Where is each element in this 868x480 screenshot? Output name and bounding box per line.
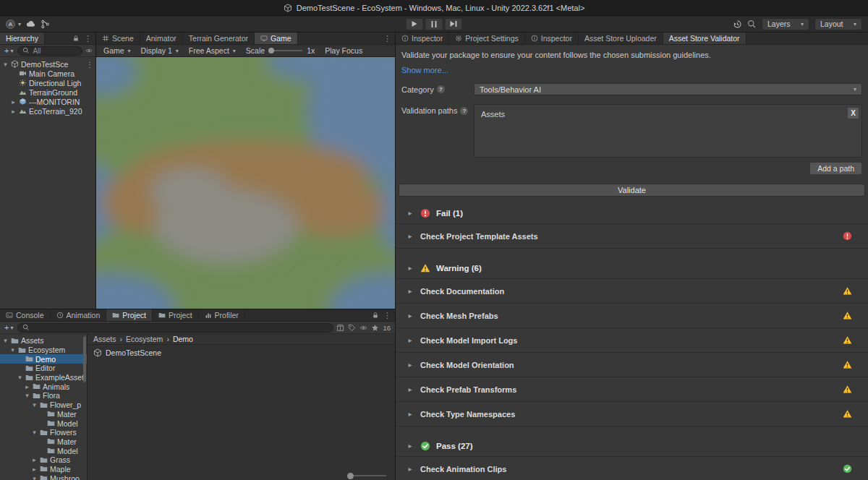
remove-path-button[interactable]: X bbox=[848, 108, 859, 119]
folder-row-ecosystem[interactable]: ▾ Ecosystem bbox=[0, 346, 87, 355]
hierarchy-item-scene[interactable]: ▾ DemoTestSce ⋮ bbox=[0, 59, 95, 69]
folder-row-models[interactable]: Model bbox=[0, 419, 87, 428]
expander-icon[interactable]: ▸ bbox=[406, 385, 414, 393]
validate-button[interactable]: Validate bbox=[399, 184, 865, 197]
expander-icon[interactable]: ▸ bbox=[31, 456, 38, 463]
check-row-model-import-logs[interactable]: ▸ Check Model Import Logs bbox=[396, 328, 868, 353]
expander-icon[interactable]: ▾ bbox=[2, 61, 9, 68]
expander-icon[interactable]: ▸ bbox=[406, 410, 414, 418]
hierarchy-item-monitoring[interactable]: ▸ ---MONITORIN bbox=[0, 97, 95, 106]
tree-scrollbar[interactable] bbox=[83, 336, 86, 382]
layout-dropdown[interactable]: Layout ▾ bbox=[814, 18, 862, 30]
expander-icon[interactable]: ▸ bbox=[24, 383, 30, 390]
folder-row-models-2[interactable]: Model bbox=[0, 446, 87, 455]
folder-row-editor[interactable]: Editor bbox=[0, 364, 87, 373]
create-asset-button[interactable]: + ▾ bbox=[3, 323, 14, 332]
pause-button[interactable] bbox=[425, 18, 443, 30]
folder-row-flora[interactable]: ▾ Flora bbox=[0, 391, 87, 400]
folder-row-flowers[interactable]: ▾ Flowers bbox=[0, 428, 87, 437]
hierarchy-item-ecoterrain[interactable]: ▸ EcoTerrain_920 bbox=[0, 106, 95, 116]
tab-animation[interactable]: Animation bbox=[51, 309, 107, 321]
cloud-services-button[interactable] bbox=[26, 20, 35, 29]
expander-icon[interactable]: ▸ bbox=[10, 98, 17, 106]
breadcrumb-assets[interactable]: Assets bbox=[93, 335, 116, 343]
display-dropdown[interactable]: Display 1 ▾ bbox=[137, 46, 183, 56]
thumbnail-zoom-slider[interactable] bbox=[349, 475, 386, 476]
project-search-input[interactable] bbox=[17, 323, 333, 333]
account-button[interactable]: A ▾ bbox=[6, 20, 21, 29]
panel-menu-icon[interactable]: ⋮ bbox=[84, 34, 92, 43]
add-path-button[interactable]: Add a path bbox=[809, 162, 862, 175]
expander-icon[interactable]: ▸ bbox=[406, 465, 414, 473]
warning-section-header[interactable]: ▸ Warning (6) bbox=[396, 257, 868, 279]
search-by-label-icon[interactable] bbox=[348, 324, 356, 332]
tab-hierarchy[interactable]: Hierarchy bbox=[0, 33, 45, 44]
check-row-documentation[interactable]: ▸ Check Documentation bbox=[396, 279, 868, 304]
expander-icon[interactable]: ▸ bbox=[406, 336, 414, 344]
breadcrumb-ecosystem[interactable]: Ecosystem bbox=[126, 335, 163, 343]
pass-section-header[interactable]: ▸ Pass (27) bbox=[396, 435, 868, 457]
undo-history-button[interactable] bbox=[733, 20, 742, 29]
category-dropdown[interactable]: Tools/Behavior AI ▾ bbox=[474, 83, 862, 95]
expander-icon[interactable]: ▾ bbox=[31, 401, 38, 408]
lock-icon[interactable] bbox=[372, 312, 379, 319]
aspect-ratio-dropdown[interactable]: Free Aspect ▾ bbox=[184, 46, 240, 56]
zoom-slider-track[interactable] bbox=[349, 475, 386, 476]
expander-icon[interactable]: ▸ bbox=[406, 264, 414, 272]
folder-row-flower-p[interactable]: ▾ Flower_p bbox=[0, 400, 87, 410]
folder-row-animals[interactable]: ▸ Animals bbox=[0, 382, 87, 391]
hierarchy-item-directional-light[interactable]: Directional Ligh bbox=[0, 78, 95, 87]
folder-row-grass[interactable]: ▸ Grass bbox=[0, 455, 87, 465]
expander-icon[interactable]: ▾ bbox=[17, 374, 23, 381]
expander-icon[interactable]: ▸ bbox=[10, 108, 17, 115]
expander-icon[interactable]: ▸ bbox=[406, 209, 414, 217]
help-icon[interactable]: ? bbox=[460, 107, 468, 115]
expander-icon[interactable]: ▸ bbox=[406, 442, 414, 450]
layers-dropdown[interactable]: Layers ▾ bbox=[762, 18, 809, 30]
game-view-render[interactable] bbox=[96, 57, 395, 309]
tab-project-settings[interactable]: Project Settings bbox=[449, 33, 525, 44]
expander-icon[interactable]: ▸ bbox=[406, 232, 414, 240]
tab-console[interactable]: Console bbox=[0, 309, 51, 321]
version-control-button[interactable] bbox=[41, 20, 50, 29]
check-row-model-orientation[interactable]: ▸ Check Model Orientation bbox=[396, 353, 868, 377]
step-button[interactable] bbox=[445, 18, 463, 30]
panel-menu-icon[interactable]: ⋮ bbox=[383, 311, 391, 320]
expander-icon[interactable]: ▸ bbox=[406, 312, 414, 320]
game-target-dropdown[interactable]: Game ▾ bbox=[99, 46, 135, 56]
hidden-packages-icon[interactable] bbox=[359, 324, 367, 332]
search-button[interactable] bbox=[747, 20, 757, 29]
tab-inspector[interactable]: Inspector bbox=[396, 33, 449, 44]
tab-asset-store-validator[interactable]: Asset Store Validator bbox=[663, 33, 746, 44]
scene-visibility-icon[interactable] bbox=[85, 47, 93, 54]
scale-slider-track[interactable] bbox=[269, 50, 302, 51]
tab-asset-store-uploader[interactable]: Asset Store Uploader bbox=[579, 33, 663, 44]
play-focus-button[interactable]: Play Focus bbox=[320, 46, 367, 55]
folder-row-maple[interactable]: ▸ Maple bbox=[0, 465, 87, 474]
hierarchy-item-main-camera[interactable]: Main Camera bbox=[0, 69, 95, 78]
tab-terrain-generator[interactable]: Terrain Generator bbox=[183, 33, 255, 44]
folder-row-mushroom[interactable]: ▾ Mushroo bbox=[0, 473, 87, 480]
breadcrumb-demo[interactable]: Demo bbox=[173, 335, 193, 343]
check-row-type-namespaces[interactable]: ▸ Check Type Namespaces bbox=[396, 402, 868, 427]
tab-scene[interactable]: Scene bbox=[96, 33, 140, 44]
tab-game[interactable]: Game bbox=[255, 33, 298, 44]
expander-icon[interactable]: ▾ bbox=[31, 429, 38, 436]
expander-icon[interactable]: ▾ bbox=[2, 337, 9, 344]
check-row-project-template-assets[interactable]: ▸ Check Project Template Assets bbox=[396, 224, 868, 249]
check-row-animation-clips[interactable]: ▸ Check Animation Clips bbox=[396, 457, 868, 480]
expander-icon[interactable]: ▾ bbox=[24, 392, 30, 399]
folder-row-materials-2[interactable]: Mater bbox=[0, 437, 87, 447]
expander-icon[interactable]: ▾ bbox=[31, 475, 38, 480]
scale-slider[interactable]: Scale 1x bbox=[246, 46, 315, 55]
favorites-star-icon[interactable] bbox=[371, 324, 379, 332]
fail-section-header[interactable]: ▸ Fail (1) bbox=[396, 202, 868, 224]
show-more-link[interactable]: Show more... bbox=[401, 66, 862, 74]
expander-icon[interactable]: ▾ bbox=[9, 346, 16, 353]
folder-row-assets[interactable]: ▾ Assets bbox=[0, 336, 87, 346]
expander-icon[interactable]: ▸ bbox=[406, 287, 414, 295]
folder-row-materials[interactable]: Mater bbox=[0, 410, 87, 419]
item-menu-icon[interactable]: ⋮ bbox=[86, 60, 94, 69]
tab-profiler[interactable]: Profiler bbox=[199, 309, 245, 321]
tab-project-2[interactable]: Project bbox=[153, 309, 199, 321]
